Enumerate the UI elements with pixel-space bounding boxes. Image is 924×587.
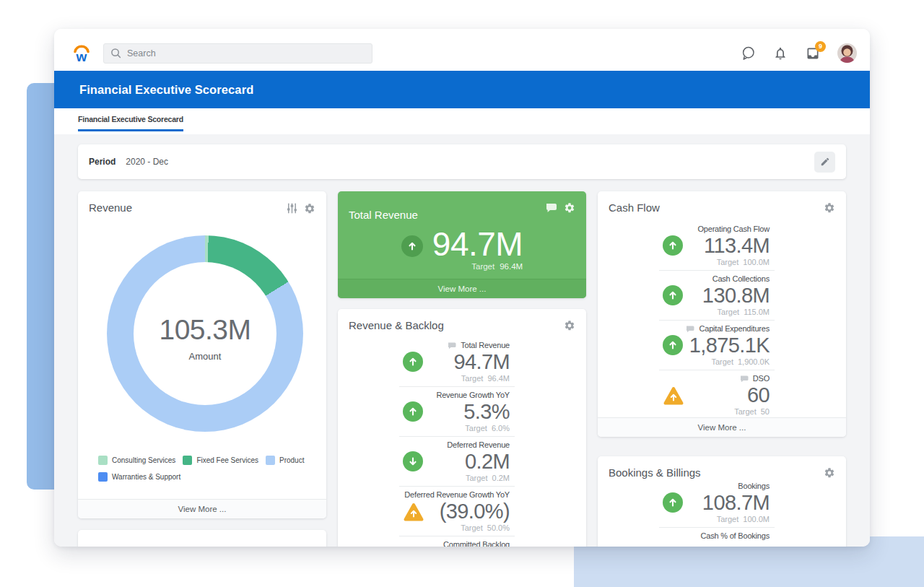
- trend-up-icon: [403, 352, 423, 372]
- tab-financial-executive-scorecard[interactable]: Financial Executive Scorecard: [78, 115, 183, 131]
- kpi-deferred-revenue: Deferred Revenue 0.2M Target0.2M: [403, 440, 510, 482]
- total-revenue-value: 94.7M: [432, 226, 523, 262]
- revenue-card: Revenue 105.3M Amount Consulting Service…: [78, 191, 326, 518]
- bookings-billings-title: Bookings & Billings: [609, 466, 701, 479]
- trend-up-icon: [663, 285, 683, 305]
- donut-center-label: Amount: [189, 351, 222, 362]
- search-input[interactable]: Search: [103, 43, 372, 64]
- avatar[interactable]: [837, 43, 857, 63]
- cash-flow-card: Cash Flow Operating Cash Flow 113.4M Tar…: [598, 191, 846, 437]
- app-window: w Search 9: [54, 29, 870, 547]
- workday-logo[interactable]: w: [72, 42, 91, 65]
- trend-up-icon: [663, 335, 683, 355]
- gear-icon[interactable]: [304, 203, 315, 214]
- trend-up-icon: [663, 235, 683, 256]
- trend-down-icon: [403, 451, 423, 471]
- kpi-revenue-growth-yoy: Revenue Growth YoY 5.3% Target6.0%: [403, 391, 510, 432]
- svg-text:w: w: [76, 49, 87, 64]
- period-value: 2020 - Dec: [126, 157, 168, 167]
- view-more-button[interactable]: View More ...: [598, 417, 846, 437]
- trend-up-icon: [403, 401, 423, 422]
- legend-item: Fixed Fee Services: [183, 456, 258, 465]
- gear-icon[interactable]: [824, 202, 835, 214]
- legend-item: Product: [266, 456, 304, 465]
- kpi-deferred-revenue-growth-yoy: Deferred Revenue Growth YoY (39.0%) Targ…: [403, 490, 510, 532]
- trend-up-icon: [401, 235, 423, 257]
- notifications-icon[interactable]: [772, 45, 788, 61]
- donut-center-value: 105.3M: [159, 314, 250, 346]
- gear-icon[interactable]: [564, 320, 575, 331]
- revenue-card-title: Revenue: [89, 201, 132, 214]
- top-bar: w Search 9: [54, 29, 870, 71]
- revenue-backlog-card: Revenue & Backlog Total Revenue 94.7M Ta…: [338, 309, 586, 547]
- kpi-operating-cash-flow: Operating Cash Flow 113.4M Target100.0M: [663, 225, 770, 266]
- trend-up-icon: [663, 492, 683, 513]
- warning-icon: [663, 386, 683, 406]
- legend-item: Warranties & Support: [98, 472, 180, 482]
- inbox-icon[interactable]: 9: [805, 45, 821, 61]
- edit-button[interactable]: [814, 152, 835, 173]
- period-label: Period: [89, 157, 116, 167]
- revenue-donut-chart: 105.3M Amount: [107, 235, 303, 432]
- comment-icon[interactable]: [546, 203, 558, 213]
- kpi-cash-collections: Cash Collections 130.8M Target115.0M: [663, 274, 770, 316]
- kpi-committed-backlog: Committed Backlog: [403, 540, 510, 547]
- chat-icon[interactable]: [740, 45, 756, 61]
- cash-flow-title: Cash Flow: [609, 201, 660, 214]
- search-icon: [110, 48, 121, 58]
- chart-settings-icon[interactable]: [286, 202, 298, 214]
- bookings-billings-card: Bookings & Billings Bookings 108.7M Targ…: [598, 456, 846, 547]
- inbox-badge: 9: [815, 41, 826, 52]
- page-title: Financial Executive Scorecard: [79, 83, 253, 97]
- comment-icon: [448, 342, 457, 349]
- total-revenue-card: Total Revenue 94.7M Target96.4M View Mor…: [338, 191, 586, 298]
- gear-icon[interactable]: [824, 467, 835, 479]
- total-revenue-title: Total Revenue: [349, 209, 418, 221]
- total-revenue-target: Target96.4M: [432, 262, 523, 271]
- kpi-dso: DSO 60 Target50: [663, 374, 770, 416]
- search-placeholder: Search: [127, 48, 156, 58]
- kpi-bookings: Bookings 108.7M Target100.0M: [663, 482, 770, 523]
- revenue-legend: Consulting Services Fixed Fee Services P…: [98, 456, 326, 482]
- page-header: Financial Executive Scorecard: [54, 71, 870, 108]
- view-more-button[interactable]: View More ...: [338, 279, 586, 298]
- period-bar: Period 2020 - Dec: [78, 144, 846, 179]
- comment-icon: [686, 326, 695, 333]
- comment-icon: [740, 375, 749, 383]
- kpi-cash-pct-of-bookings: Cash % of Bookings: [663, 531, 770, 541]
- warning-icon: [403, 503, 423, 523]
- tab-bar: Financial Executive Scorecard: [54, 108, 870, 134]
- kpi-total-revenue: Total Revenue 94.7M Target96.4M: [403, 341, 510, 383]
- dashboard-content: Period 2020 - Dec Revenue 105.3M Amount: [54, 134, 870, 547]
- legend-item: Consulting Services: [98, 456, 175, 465]
- gear-icon[interactable]: [564, 202, 575, 214]
- revenue-backlog-title: Revenue & Backlog: [349, 319, 444, 331]
- pencil-icon: [820, 157, 830, 167]
- view-more-button[interactable]: View More ...: [78, 499, 326, 518]
- partial-card: [78, 530, 326, 547]
- kpi-capital-expenditures: Capital Expenditures 1,875.1K Target1,90…: [663, 324, 770, 366]
